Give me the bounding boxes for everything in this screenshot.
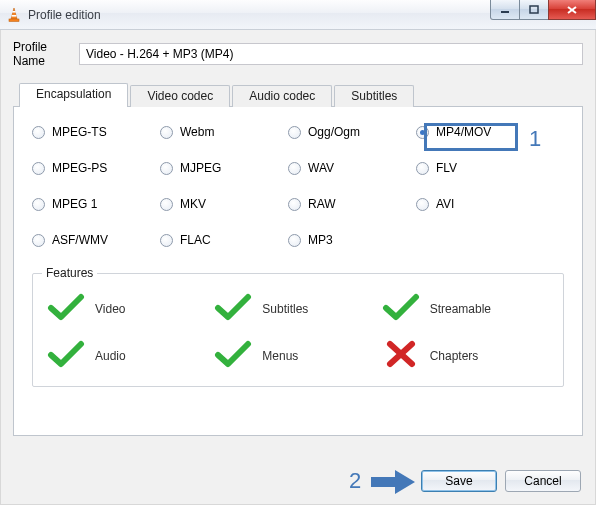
radio-ogg_ogm[interactable]: Ogg/Ogm: [288, 125, 416, 139]
feature-label: Menus: [262, 349, 298, 363]
radio-label: Webm: [180, 125, 214, 139]
feature-subtitles: Subtitles: [214, 292, 381, 325]
radio-label: FLV: [436, 161, 457, 175]
radio-label: MPEG 1: [52, 197, 97, 211]
radio-label: AVI: [436, 197, 454, 211]
radio-icon: [288, 162, 301, 175]
radio-mjpeg[interactable]: MJPEG: [160, 161, 288, 175]
radio-label: RAW: [308, 197, 336, 211]
check-icon: [382, 292, 420, 325]
radio-asf_wmv[interactable]: ASF/WMV: [32, 233, 160, 247]
svg-rect-3: [9, 19, 19, 21]
radio-label: MPEG-PS: [52, 161, 107, 175]
radio-label: MP3: [308, 233, 333, 247]
encapsulation-radio-grid: MPEG-TSWebmOgg/OgmMP4/MOVMPEG-PSMJPEGWAV…: [32, 125, 564, 247]
radio-label: MP4/MOV: [436, 125, 491, 139]
check-icon: [47, 292, 85, 325]
radio-icon: [288, 198, 301, 211]
radio-label: Ogg/Ogm: [308, 125, 360, 139]
tabset: Encapsulation Video codec Audio codec Su…: [19, 82, 583, 106]
radio-icon: [416, 198, 429, 211]
profile-name-input[interactable]: [79, 43, 583, 65]
radio-icon: [160, 198, 173, 211]
features-groupbox: VideoSubtitlesStreamableAudioMenusChapte…: [32, 273, 564, 387]
check-icon: [214, 339, 252, 372]
feature-label: Video: [95, 302, 125, 316]
tab-encapsulation[interactable]: Encapsulation: [19, 83, 128, 107]
radio-icon: [160, 162, 173, 175]
minimize-button[interactable]: [490, 0, 520, 20]
close-button[interactable]: [548, 0, 596, 20]
arrow-right-icon: [371, 468, 417, 496]
vlc-cone-icon: [6, 7, 22, 23]
dialog-buttons: Save Cancel: [413, 470, 581, 492]
radio-flv[interactable]: FLV: [416, 161, 544, 175]
radio-label: WAV: [308, 161, 334, 175]
radio-label: MPEG-TS: [52, 125, 107, 139]
feature-streamable: Streamable: [382, 292, 549, 325]
feature-label: Streamable: [430, 302, 491, 316]
radio-icon: [416, 126, 429, 139]
window-title: Profile edition: [28, 8, 101, 22]
radio-icon: [32, 162, 45, 175]
callout-number-2: 2: [349, 470, 361, 492]
radio-icon: [32, 126, 45, 139]
radio-raw[interactable]: RAW: [288, 197, 416, 211]
radio-icon: [160, 234, 173, 247]
svg-rect-1: [12, 11, 15, 13]
svg-marker-0: [11, 8, 17, 19]
feature-menus: Menus: [214, 339, 381, 372]
svg-marker-10: [371, 470, 415, 494]
client-area: Profile Name Encapsulation Video codec A…: [0, 30, 596, 505]
radio-mp3[interactable]: MP3: [288, 233, 416, 247]
radio-icon: [288, 126, 301, 139]
profile-name-label: Profile Name: [13, 40, 79, 68]
save-button[interactable]: Save: [421, 470, 497, 492]
radio-wav[interactable]: WAV: [288, 161, 416, 175]
feature-video: Video: [47, 292, 214, 325]
radio-icon: [288, 234, 301, 247]
tab-subtitles[interactable]: Subtitles: [334, 85, 414, 107]
maximize-button[interactable]: [519, 0, 549, 20]
radio-avi[interactable]: AVI: [416, 197, 544, 211]
cross-icon: [382, 339, 420, 372]
feature-chapters: Chapters: [382, 339, 549, 372]
radio-mp4_mov[interactable]: MP4/MOV: [416, 125, 544, 139]
check-icon: [214, 292, 252, 325]
feature-label: Chapters: [430, 349, 479, 363]
radio-mpeg_1[interactable]: MPEG 1: [32, 197, 160, 211]
radio-label: MJPEG: [180, 161, 221, 175]
radio-label: MKV: [180, 197, 206, 211]
radio-icon: [32, 198, 45, 211]
radio-label: FLAC: [180, 233, 211, 247]
radio-flac[interactable]: FLAC: [160, 233, 288, 247]
radio-mkv[interactable]: MKV: [160, 197, 288, 211]
titlebar: Profile edition: [0, 0, 596, 30]
radio-icon: [32, 234, 45, 247]
radio-mpeg_ps[interactable]: MPEG-PS: [32, 161, 160, 175]
tab-audio-codec[interactable]: Audio codec: [232, 85, 332, 107]
tab-panel-encapsulation: MPEG-TSWebmOgg/OgmMP4/MOVMPEG-PSMJPEGWAV…: [13, 106, 583, 436]
feature-label: Audio: [95, 349, 126, 363]
check-icon: [47, 339, 85, 372]
radio-icon: [416, 162, 429, 175]
svg-rect-2: [12, 15, 17, 17]
radio-mpeg_ts[interactable]: MPEG-TS: [32, 125, 160, 139]
radio-icon: [160, 126, 173, 139]
feature-audio: Audio: [47, 339, 214, 372]
svg-rect-5: [530, 6, 538, 13]
window-controls: [491, 0, 596, 20]
feature-label: Subtitles: [262, 302, 308, 316]
tab-video-codec[interactable]: Video codec: [130, 85, 230, 107]
cancel-button[interactable]: Cancel: [505, 470, 581, 492]
profile-name-row: Profile Name: [13, 40, 583, 68]
radio-label: ASF/WMV: [52, 233, 108, 247]
callout-number-1: 1: [529, 128, 541, 150]
radio-webm[interactable]: Webm: [160, 125, 288, 139]
